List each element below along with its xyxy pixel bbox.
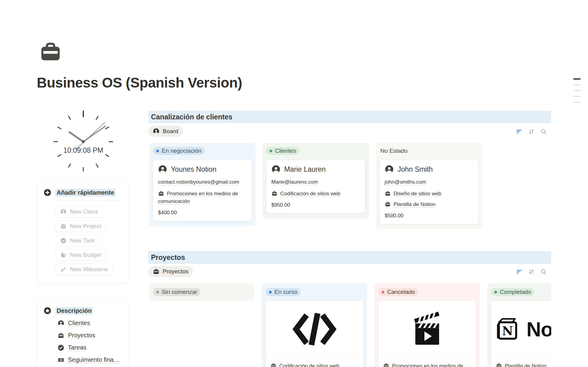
briefcase-icon <box>58 332 64 339</box>
new-budget-button[interactable]: New Budget <box>55 249 107 261</box>
column-sin-comenzar: Sin comenzar <box>149 283 254 301</box>
status-badge[interactable]: Clientes <box>266 147 300 155</box>
status-label[interactable]: No Estado <box>379 147 479 155</box>
status-badge[interactable]: Completado <box>491 288 534 296</box>
deal-amount: $400.00 <box>158 210 247 216</box>
project-link[interactable]: Codificación de sitios web <box>279 363 339 367</box>
client-name: Marie Lauren <box>284 165 326 174</box>
analog-clock <box>48 107 119 177</box>
column-completado: Completado Notion Plantilla de Notion <box>487 283 551 367</box>
client-name: Younes Notion <box>171 165 217 174</box>
column-no-estado: No Estado John Smith john@smiths.com Dis… <box>376 143 482 229</box>
briefcase-icon <box>153 268 160 275</box>
client-email[interactable]: contact.notionbyounes@gmail.com <box>158 179 239 185</box>
column-en-negociacion: En negociación Younes Notion contact.not… <box>149 143 256 226</box>
new-milestone-button[interactable]: New Milestone <box>55 264 113 275</box>
outline-item[interactable] <box>573 90 581 91</box>
status-badge[interactable]: En curso <box>266 288 301 296</box>
client-card[interactable]: Marie Lauren Marie@laurens.com Codificac… <box>266 160 365 214</box>
notion-page: { "page": { "title": "Business OS (Spani… <box>0 0 588 367</box>
clock-widget: 10:09:08 PM <box>48 107 119 177</box>
divider <box>55 200 123 201</box>
filter-icon[interactable] <box>516 128 522 135</box>
column-en-curso: En curso Codificación de sitios web <box>262 283 367 367</box>
digital-time: 10:09:08 PM <box>48 146 119 155</box>
client-card[interactable]: John Smith john@smiths.com Diseño de sit… <box>379 160 479 224</box>
pipeline-heading: Canalización de clientes <box>148 111 551 123</box>
person-icon <box>60 209 66 215</box>
project-link[interactable]: Plantilla de Notion <box>394 201 435 207</box>
status-badge[interactable]: Sin comenzar <box>153 288 201 296</box>
briefcase-icon <box>60 223 66 229</box>
project-link[interactable]: Promociones en los medios de comunicació… <box>158 191 238 204</box>
person-icon <box>58 320 64 327</box>
outline-nav <box>573 78 581 107</box>
search-icon[interactable] <box>540 128 547 135</box>
filter-icon[interactable] <box>516 268 522 275</box>
description-title: Descripción <box>55 307 93 315</box>
project-card[interactable]: Promociones en los medios de comunicació… <box>378 300 476 367</box>
status-badge[interactable]: En negociación <box>153 147 205 155</box>
quick-add-title: Añadir rápidamente <box>55 189 115 197</box>
column-cancelado: Cancelado Promociones en los medios de c… <box>375 283 480 367</box>
client-email[interactable]: john@smiths.com <box>385 179 426 185</box>
deal-amount: $950.00 <box>271 202 360 208</box>
star-circle-icon <box>43 307 51 315</box>
status-dot-icon <box>269 291 272 294</box>
new-task-button[interactable]: New Task <box>55 235 100 246</box>
briefcase-icon <box>383 363 389 367</box>
briefcase-icon <box>385 201 391 207</box>
briefcase-icon <box>271 190 277 197</box>
description-card: Descripción Clientes Proyectos Tareas Se… <box>37 298 129 367</box>
briefcase-icon <box>385 190 391 197</box>
link-seguimiento[interactable]: Seguimiento fina… <box>58 356 120 363</box>
sort-icon[interactable] <box>528 128 535 135</box>
briefcase-icon <box>158 190 164 197</box>
board-view-tab[interactable]: Board <box>148 126 183 137</box>
project-link[interactable]: Plantilla de Notion <box>505 363 547 367</box>
projects-heading: Proyectos <box>148 251 551 264</box>
client-name: John Smith <box>398 165 433 174</box>
column-clientes: Clientes Marie Lauren Marie@laurens.com … <box>262 143 369 219</box>
outline-item[interactable] <box>573 78 581 80</box>
projects-view-tab[interactable]: Proyectos <box>148 266 193 277</box>
status-dot-icon <box>270 150 272 152</box>
deal-amount: $500.00 <box>385 213 473 219</box>
project-card[interactable]: Notion Plantilla de Notion <box>491 300 551 367</box>
outline-item[interactable] <box>573 102 581 103</box>
new-client-button[interactable]: New Client <box>55 206 103 218</box>
outline-item[interactable] <box>573 96 581 97</box>
pie-chart-icon <box>60 252 66 258</box>
briefcase-icon <box>496 363 502 367</box>
project-card[interactable]: Codificación de sitios web <box>266 300 364 367</box>
link-proyectos[interactable]: Proyectos <box>58 332 95 339</box>
code-icon <box>292 312 337 347</box>
status-dot-icon <box>382 291 384 294</box>
sort-icon[interactable] <box>528 268 535 275</box>
outline-item[interactable] <box>573 84 581 85</box>
project-link[interactable]: Codificación de sitios web <box>280 191 340 197</box>
project-link[interactable]: Diseño de sitios web <box>394 191 441 197</box>
status-badge[interactable]: Cancelado <box>378 288 418 296</box>
link-clientes[interactable]: Clientes <box>58 320 90 327</box>
banknote-icon <box>58 357 64 363</box>
client-card[interactable]: Younes Notion contact.notionbyounes@gmai… <box>153 160 252 221</box>
check-circle-icon <box>60 238 66 244</box>
person-icon <box>158 165 167 174</box>
status-dot-icon <box>156 291 159 294</box>
quick-add-card: Añadir rápidamente New Client New Projec… <box>37 180 129 283</box>
person-icon <box>153 128 160 135</box>
new-project-button[interactable]: New Project <box>55 220 106 232</box>
link-tareas[interactable]: Tareas <box>58 344 86 351</box>
notion-logo-icon <box>495 313 518 345</box>
plus-circle-icon <box>43 189 51 197</box>
briefcase-page-icon[interactable] <box>39 40 62 64</box>
notion-wordmark: Notion <box>526 318 551 341</box>
search-icon[interactable] <box>540 268 547 275</box>
status-dot-icon <box>156 150 159 152</box>
project-link[interactable]: Promociones en los medios de comunicació… <box>383 363 463 367</box>
person-icon <box>385 165 394 174</box>
check-circle-icon <box>58 344 64 351</box>
main-content: Canalización de clientes Board En negoci… <box>148 0 551 367</box>
client-email[interactable]: Marie@laurens.com <box>271 179 318 185</box>
